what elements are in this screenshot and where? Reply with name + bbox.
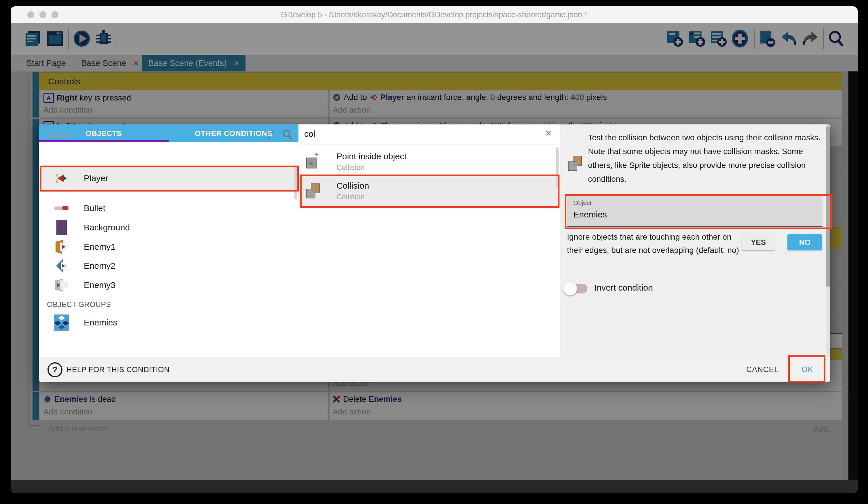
no-button[interactable]: NO bbox=[787, 234, 822, 250]
collision-icon bbox=[567, 155, 583, 172]
svg-text:+: + bbox=[315, 152, 319, 158]
dialog-detail-panel: Test the collision between two objects u… bbox=[560, 124, 830, 357]
point-inside-object-icon: ++ bbox=[306, 152, 320, 170]
cancel-button[interactable]: CANCEL bbox=[746, 365, 779, 374]
dialog-results-panel: col × ++ Point inside object Collision C… bbox=[298, 124, 560, 357]
detail-scrollbar-track[interactable] bbox=[826, 124, 830, 357]
divider bbox=[298, 144, 560, 145]
condition-chooser-dialog: Search OBJECTS OTHER CONDITIONS Player B… bbox=[39, 124, 830, 382]
annotation-collision-item bbox=[300, 174, 559, 208]
dialog-left-panel: Search OBJECTS OTHER CONDITIONS Player B… bbox=[39, 124, 299, 357]
chooser-tabs: OBJECTS OTHER CONDITIONS bbox=[39, 124, 298, 142]
active-tab-indicator bbox=[39, 140, 169, 142]
annotation-ok-button bbox=[788, 355, 825, 382]
object-item-bullet[interactable]: Bullet bbox=[39, 199, 294, 218]
object-item-enemy3[interactable]: Enemy3 bbox=[39, 275, 294, 295]
dialog-bottom-bar: ? HELP FOR THIS CONDITION CANCEL OK bbox=[39, 357, 830, 382]
condition-description: Test the collision between two objects u… bbox=[588, 131, 827, 186]
tab-objects[interactable]: OBJECTS bbox=[39, 124, 169, 142]
titlebar: GDevelop 5 - /Users/dkarakay/Documents/G… bbox=[11, 6, 858, 23]
background-icon bbox=[52, 219, 71, 236]
gdevelop-window: GDevelop 5 - /Users/dkarakay/Documents/G… bbox=[11, 6, 858, 493]
svg-text:+: + bbox=[309, 159, 313, 168]
bullet-icon bbox=[52, 200, 71, 217]
invert-toggle-thumb[interactable] bbox=[563, 282, 577, 295]
enemy1-ship-icon bbox=[52, 238, 71, 255]
condition-search-input[interactable]: col bbox=[304, 129, 315, 139]
annotation-object-field bbox=[565, 194, 832, 229]
help-icon[interactable]: ? bbox=[48, 362, 62, 377]
group-item-enemies[interactable]: Enemies bbox=[39, 312, 294, 333]
object-item-enemy2[interactable]: Enemy2 bbox=[39, 256, 294, 275]
ignore-edges-question: Ignore objects that are touching each ot… bbox=[567, 230, 740, 257]
annotation-player-row bbox=[40, 165, 299, 192]
window-title: GDevelop 5 - /Users/dkarakay/Documents/G… bbox=[11, 10, 858, 19]
yes-button[interactable]: YES bbox=[742, 234, 775, 250]
help-link[interactable]: HELP FOR THIS CONDITION bbox=[66, 365, 169, 374]
enemies-group-icon bbox=[52, 314, 71, 331]
desktop: GDevelop 5 - /Users/dkarakay/Documents/G… bbox=[0, 0, 868, 504]
result-point-inside-object[interactable]: ++ Point inside object Collision bbox=[298, 149, 560, 175]
object-item-enemy1[interactable]: Enemy1 bbox=[39, 237, 294, 256]
object-groups-header: OBJECT GROUPS bbox=[47, 300, 111, 309]
object-item-background[interactable]: Background bbox=[39, 218, 294, 237]
clear-search-icon[interactable]: × bbox=[545, 127, 551, 139]
tab-other-conditions[interactable]: OTHER CONDITIONS bbox=[169, 124, 298, 142]
enemy3-ship-icon bbox=[52, 276, 71, 294]
invert-condition-label: Invert condition bbox=[594, 283, 653, 293]
enemy2-ship-icon bbox=[52, 257, 71, 274]
